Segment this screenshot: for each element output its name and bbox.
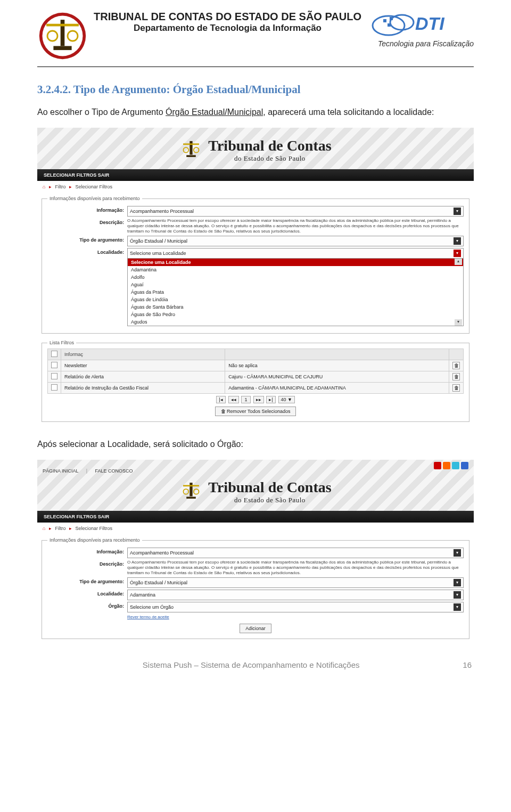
label-tipo-argumento: Tipo de argumento: (47, 236, 127, 243)
informacao-select[interactable]: Acompanhamento Processual ▾ (127, 548, 464, 558)
row-checkbox[interactable] (51, 384, 57, 391)
chevron-right-icon: ▸ (69, 526, 72, 531)
select-value: Órgão Estadual / Municipal (130, 238, 187, 244)
facebook-icon[interactable] (461, 462, 468, 469)
rever-termo-link[interactable]: Rever termo de aceite (127, 615, 169, 619)
dropdown-option[interactable]: Águas de Lindóia (128, 296, 463, 303)
dropdown-option[interactable]: Águas de Santa Bárbara (128, 303, 463, 311)
svg-point-15 (184, 147, 189, 153)
pager: |◂ ◂◂ 1 ▸▸ ▸| 40 ▼ (47, 396, 464, 403)
app-menu-bar[interactable]: SELECIONAR FILTROS SAIR (37, 169, 474, 181)
localidade-dropdown-list[interactable]: ▴ Selecione uma Localidade Adamantina Ad… (127, 258, 464, 326)
dropdown-option[interactable]: Aguaí (128, 281, 463, 288)
pager-prev-button[interactable]: ◂◂ (228, 396, 239, 403)
svg-point-8 (390, 15, 414, 30)
dropdown-option[interactable]: Selecione uma Localidade (128, 259, 463, 266)
localidade-select[interactable]: Selecione uma Localidade ▾ (127, 248, 464, 259)
row-checkbox[interactable] (51, 362, 57, 368)
svg-rect-3 (46, 24, 79, 27)
dropdown-option[interactable]: Águas da Prata (128, 288, 463, 296)
chevron-down-icon: ▾ (454, 208, 461, 215)
svg-rect-22 (187, 497, 196, 499)
chevron-down-icon: ▾ (454, 579, 461, 586)
tipo-argumento-select[interactable]: Órgão Estadual / Municipal ▾ (127, 577, 464, 588)
app-logo-title: Tribunal de Contas (208, 479, 331, 496)
row-checkbox[interactable] (51, 373, 57, 379)
social-icons (434, 462, 468, 469)
nav-link-home[interactable]: PÁGINA INICIAL (43, 468, 78, 474)
crumb-item[interactable]: Filtro (55, 526, 65, 531)
cell: Adamantina - CÂMARA MUNICIPAL DE ADAMANT… (225, 383, 449, 394)
intro-text-after: , aparecerá uma tela solicitando a local… (263, 107, 434, 117)
nav-link-contact[interactable]: FALE CONOSCO (95, 468, 133, 474)
table-row: Relatório de Instrução da Gestão Fiscal … (48, 383, 464, 394)
info-receive-fieldset: Informações disponíveis para recebimento… (42, 537, 469, 639)
info-receive-fieldset: Informações disponíveis para recebimento… (42, 196, 469, 334)
label-orgao: Órgão: (47, 602, 127, 609)
remove-all-selected-button[interactable]: 🗑 Remover Todos Selecionados (215, 407, 296, 416)
pager-last-button[interactable]: ▸| (266, 396, 276, 403)
dropdown-option[interactable]: Adolfo (128, 274, 463, 281)
label-localidade: Localidade: (47, 590, 127, 596)
label-informacao: Informação: (47, 548, 127, 554)
pager-next-button[interactable]: ▸▸ (253, 396, 264, 403)
page-number: 16 (463, 660, 472, 669)
twitter-icon[interactable] (452, 462, 459, 469)
button-label: Remover Todos Selecionados (227, 409, 290, 414)
label-descricao: Descrição: (47, 218, 127, 225)
home-icon[interactable]: ⌂ (43, 184, 45, 189)
select-all-checkbox[interactable] (51, 351, 57, 357)
page-footer: Sistema Push – Sistema de Acompanhamento… (37, 660, 474, 669)
svg-rect-18 (190, 483, 193, 497)
orgao-select[interactable]: Selecione um Órgão ▾ (127, 602, 464, 612)
delete-row-button[interactable]: 🗑 (452, 362, 460, 369)
trash-icon: 🗑 (221, 409, 226, 414)
dropdown-option[interactable]: Águas de São Pedro (128, 311, 463, 318)
app-logo-subtitle: do Estado de São Paulo (208, 496, 331, 504)
intro-paragraph-2: Após selecionar a Localidade, será solic… (37, 438, 474, 450)
label-informacao: Informação: (47, 206, 127, 213)
tipo-argumento-select[interactable]: Órgão Estadual / Municipal ▾ (127, 236, 464, 246)
intro-underlined: Órgão Estadual/Municipal (166, 107, 263, 117)
tce-crest-icon (37, 11, 88, 61)
chevron-right-icon: ▸ (69, 184, 72, 189)
rss-icon[interactable] (443, 462, 450, 469)
col-header: Informaç (61, 349, 225, 360)
crumb-item[interactable]: Selecionar Filtros (76, 526, 113, 531)
svg-text:DTI: DTI (415, 13, 445, 34)
home-icon[interactable]: ⌂ (43, 526, 45, 531)
dropdown-option[interactable]: Agudos (128, 318, 463, 326)
pager-current[interactable]: 1 (241, 396, 251, 403)
dropdown-option[interactable]: Adamantina (128, 266, 463, 274)
crumb-item[interactable]: Selecionar Filtros (76, 184, 113, 189)
cell: Relatório de Instrução da Gestão Fiscal (61, 383, 225, 394)
select-value: Acompanhamento Processual (130, 209, 194, 214)
svg-rect-6 (53, 46, 71, 51)
chevron-down-icon: ▾ (454, 603, 461, 611)
youtube-icon[interactable] (434, 462, 441, 469)
pager-size-select[interactable]: 40 ▼ (278, 396, 295, 403)
svg-rect-10 (390, 17, 393, 20)
svg-rect-19 (183, 485, 199, 487)
chevron-down-icon: ▾ (454, 237, 461, 245)
crumb-item[interactable]: Filtro (55, 184, 65, 189)
app-menu-bar[interactable]: SELECIONAR FILTROS SAIR (37, 511, 474, 523)
fieldset-legend: Informações disponíveis para recebimento (47, 196, 142, 201)
informacao-select[interactable]: Acompanhamento Processual ▾ (127, 206, 464, 217)
chevron-right-icon: ▸ (49, 526, 52, 531)
doc-title-line2: Departamento de Tecnologia da Informação (88, 23, 367, 34)
tce-mini-crest-icon (179, 479, 203, 504)
cell: Não se aplica (225, 360, 449, 371)
label-localidade: Localidade: (47, 248, 127, 255)
footer-text: Sistema Push – Sistema de Acompanhamento… (39, 660, 463, 669)
scroll-down-icon[interactable]: ▾ (455, 319, 462, 326)
adicionar-button[interactable]: Adicionar (240, 624, 271, 633)
localidade-select[interactable]: Adamantina ▾ (127, 590, 464, 600)
header-rule (37, 67, 474, 67)
delete-row-button[interactable]: 🗑 (452, 373, 460, 380)
pager-first-button[interactable]: |◂ (216, 396, 226, 403)
delete-row-button[interactable]: 🗑 (452, 384, 460, 392)
svg-point-16 (194, 147, 199, 153)
scroll-up-icon[interactable]: ▴ (455, 259, 462, 265)
lista-filtros-fieldset: Lista Filtros Informaç Newsletter Não se… (42, 340, 469, 422)
